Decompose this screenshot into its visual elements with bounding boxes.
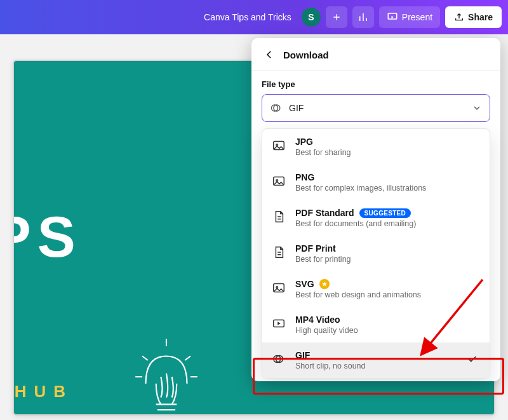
bar-chart-icon (358, 11, 369, 23)
suggested-badge: SUGGESTED (359, 208, 411, 218)
file-type-option-pdf-print[interactable]: PDF Print Best for printing (262, 236, 490, 271)
presentation-icon (387, 11, 398, 23)
slide-subtitle: SIGN HUB (13, 382, 73, 402)
present-label: Present (402, 12, 432, 22)
image-icon (272, 281, 286, 295)
document-title: Canva Tips and Tricks (204, 12, 291, 22)
option-desc: High quality video (295, 326, 481, 335)
image-icon (272, 139, 286, 152)
option-name: SVG (295, 279, 314, 289)
slide-title-line1: A TIPS (13, 207, 82, 268)
share-label: Share (468, 12, 493, 22)
check-icon (467, 353, 478, 367)
analytics-button[interactable] (352, 6, 374, 28)
document-icon (272, 245, 286, 259)
file-type-option-svg[interactable]: SVG Best for web design and animations (262, 271, 490, 307)
option-desc: Best for complex images, illustrations (295, 184, 481, 193)
upload-icon (454, 12, 464, 22)
lightbulb-illustration (128, 335, 204, 416)
option-desc: Best for web design and animations (295, 290, 481, 299)
option-name: JPG (295, 137, 313, 147)
file-type-selected: GIF (289, 103, 465, 113)
option-name: GIF (295, 350, 310, 360)
avatar[interactable]: S (302, 8, 321, 27)
video-icon (272, 316, 286, 330)
download-panel-header: Download (251, 38, 500, 71)
option-name: MP4 Video (295, 315, 340, 325)
option-name: PDF Standard (295, 208, 354, 218)
file-type-option-pdf-standard[interactable]: PDF Standard SUGGESTED Best for document… (262, 200, 490, 236)
premium-crown-icon (319, 279, 330, 289)
file-type-label: File type (262, 79, 490, 89)
file-type-option-mp4[interactable]: MP4 Video High quality video (262, 307, 490, 342)
back-button[interactable] (263, 48, 276, 61)
top-toolbar: Canva Tips and Tricks S Present Share (0, 0, 508, 34)
chevron-down-icon (472, 103, 482, 113)
add-member-button[interactable] (326, 6, 347, 28)
option-desc: Best for printing (295, 255, 481, 264)
file-type-select[interactable]: GIF (262, 94, 490, 122)
option-desc: Short clip, no sound (295, 362, 481, 370)
file-type-option-png[interactable]: PNG Best for complex images, illustratio… (262, 165, 490, 200)
svg-rect-0 (388, 13, 397, 19)
gif-icon (272, 352, 286, 366)
download-panel: Download File type GIF JPG Best for shar… (251, 38, 500, 381)
download-title: Download (283, 50, 329, 60)
option-desc: Best for documents (and emailing) (295, 219, 481, 228)
option-name: PNG (295, 172, 314, 182)
file-type-option-gif[interactable]: GIF Short clip, no sound (262, 342, 490, 378)
share-button[interactable]: Share (445, 6, 502, 28)
file-type-option-jpg[interactable]: JPG Best for sharing (262, 129, 490, 165)
document-icon (272, 210, 286, 224)
plus-icon (331, 12, 342, 22)
option-name: PDF Print (295, 243, 336, 254)
image-icon (272, 174, 286, 188)
chevron-left-icon (264, 49, 275, 60)
present-button[interactable]: Present (379, 6, 440, 28)
option-desc: Best for sharing (295, 148, 481, 157)
file-type-dropdown: JPG Best for sharing PNG Best for comple… (262, 128, 490, 379)
gif-icon (270, 102, 283, 114)
